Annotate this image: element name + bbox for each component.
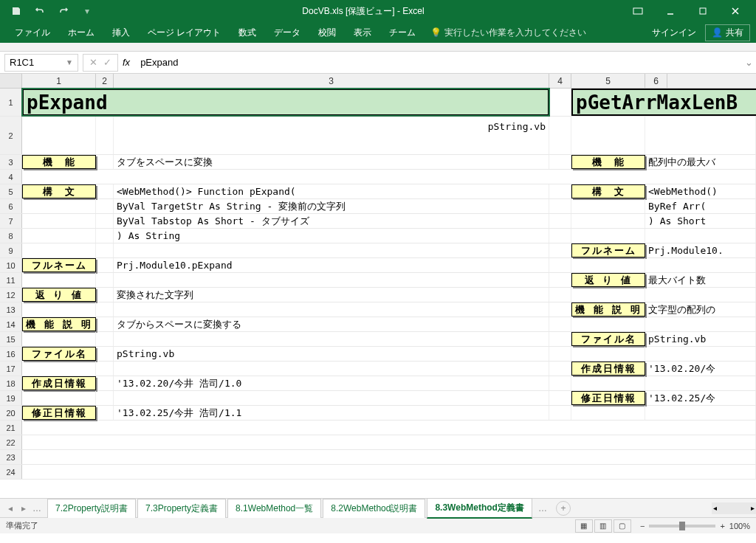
cell[interactable] [22,214,96,228]
close-icon[interactable] [721,2,750,20]
cell[interactable] [96,347,114,361]
section-header-cell[interactable]: pGetArrMaxLenB [571,89,756,116]
cell[interactable] [22,199,96,213]
col-header[interactable]: 2 [96,74,114,88]
cell[interactable] [571,347,645,361]
cell[interactable]: ByVal TargetStr As String - 変換前の文字列 [114,199,549,213]
col-header[interactable]: 3 [114,74,549,88]
cell[interactable] [96,406,114,420]
normal-view-icon[interactable]: ▦ [575,519,593,533]
undo-icon[interactable] [31,2,49,20]
minimize-icon[interactable] [656,2,685,20]
cell[interactable]: '13.02.20/今井 浩司/1.0 [114,376,549,390]
cell[interactable] [114,273,549,287]
tab-data[interactable]: データ [265,22,309,43]
cell[interactable] [96,229,114,243]
field-label[interactable]: 作成日情報 [22,376,96,390]
save-icon[interactable] [7,2,25,20]
cell[interactable] [96,258,114,272]
field-label[interactable]: フルネーム [22,258,96,272]
cell[interactable]: 最大バイト数 [645,273,756,287]
cell[interactable] [549,362,571,376]
row-header[interactable]: 12 [0,288,22,302]
cell[interactable] [549,199,571,213]
fx-icon[interactable]: fx [118,57,134,68]
cell[interactable] [571,214,645,228]
cell[interactable] [549,89,571,116]
row-header[interactable]: 13 [0,302,22,317]
share-button[interactable]: 👤 共有 [705,24,750,41]
prev-sheet-icon[interactable]: ▸ [18,503,30,513]
zoom-slider[interactable] [649,525,715,528]
cell[interactable] [96,184,114,198]
row-header[interactable]: 11 [0,273,22,287]
cell[interactable] [96,317,114,331]
row-header[interactable]: 1 [0,89,22,116]
cell[interactable] [22,273,96,287]
row-header[interactable]: 14 [0,317,22,331]
field-label[interactable]: 機 能 [22,155,96,169]
cell[interactable] [549,332,571,346]
cell[interactable] [22,117,96,154]
row-header[interactable]: 18 [0,376,22,390]
cell[interactable] [645,347,756,361]
field-label[interactable]: 機 能 説 明 [571,302,645,317]
row-header[interactable]: 15 [0,332,22,346]
row-header[interactable]: 23 [0,450,22,464]
cell[interactable] [549,317,571,331]
first-sheet-icon[interactable]: ◂ [4,503,16,513]
tab-file[interactable]: ファイル [6,22,59,43]
field-label[interactable]: フルネーム [571,243,645,257]
col-header[interactable]: 1 [22,74,96,88]
cell[interactable]: '13.02.25/今 [645,391,756,405]
field-label[interactable]: ファイル名 [22,347,96,361]
cell[interactable] [22,465,756,479]
field-label[interactable]: 機 能 [571,155,645,169]
sheet-tab-active[interactable]: 8.3WebMethod定義書 [427,498,532,519]
cell[interactable] [571,288,645,302]
field-label[interactable]: 修正日情報 [571,391,645,405]
cell[interactable] [96,302,114,317]
cell[interactable] [645,317,756,331]
qat-dropdown-icon[interactable]: ▾ [78,2,96,20]
cell[interactable] [571,317,645,331]
cell[interactable] [645,229,756,243]
cell[interactable] [571,199,645,213]
cell[interactable] [22,170,756,184]
signin-link[interactable]: サインイン [652,27,696,39]
row-header[interactable]: 5 [0,184,22,198]
cell[interactable] [645,258,756,272]
row-header[interactable]: 21 [0,421,22,435]
field-label[interactable]: 作成日情報 [571,362,645,376]
tab-pagelayout[interactable]: ページ レイアウト [139,22,230,43]
name-box[interactable]: R1C1 ▼ [4,54,78,72]
cell[interactable] [571,229,645,243]
cell[interactable] [22,332,96,346]
sheet-tab[interactable]: 7.2Property説明書 [47,499,136,518]
cell[interactable] [549,117,571,154]
cell[interactable] [549,258,571,272]
expand-formula-icon[interactable]: ⌄ [741,57,756,68]
enter-icon[interactable]: ✓ [103,57,111,68]
tell-me-search[interactable]: 💡 実行したい作業を入力してください [430,27,586,39]
cell[interactable]: 文字型の配列の [645,302,756,317]
cell[interactable]: 配列中の最大バ [645,155,756,169]
cell[interactable] [549,302,571,317]
cell[interactable] [22,435,756,449]
cell[interactable]: <WebMethod() [645,184,756,198]
field-label[interactable]: ファイル名 [571,332,645,346]
tab-view[interactable]: 表示 [345,22,380,43]
cell[interactable]: Prj.Module10.pExpand [114,258,549,272]
row-header[interactable]: 4 [0,170,22,184]
field-label[interactable]: 返 り 値 [22,288,96,302]
cell[interactable] [22,229,96,243]
cell[interactable] [96,243,114,257]
cell[interactable]: pString.vb [114,117,549,154]
cell[interactable] [549,184,571,198]
cell[interactable]: ) As Short [645,214,756,228]
row-header[interactable]: 22 [0,435,22,449]
row-header[interactable]: 16 [0,347,22,361]
col-header[interactable]: 5 [571,74,645,88]
cell[interactable] [22,362,96,376]
row-header[interactable]: 8 [0,229,22,243]
